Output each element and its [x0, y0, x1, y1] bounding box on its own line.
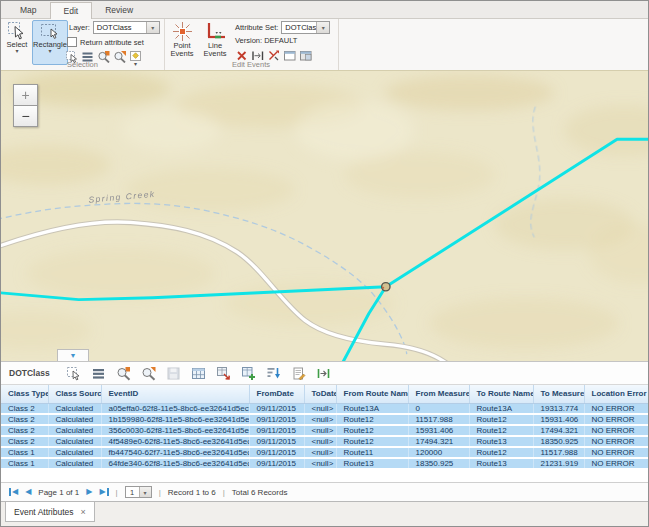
table-cell[interactable]: 120000 — [408, 447, 469, 458]
map-canvas[interactable]: Spring Creek — [1, 71, 648, 361]
table-cell[interactable]: Route13A — [469, 403, 533, 414]
point-events-button[interactable]: PointEvents — [167, 20, 197, 65]
attribute-set-select[interactable]: DOTClass ▾ — [281, 21, 330, 34]
column-header[interactable]: Location Error — [584, 385, 648, 403]
tab-review[interactable]: Review — [92, 2, 146, 18]
return-attribute-set-checkbox[interactable] — [67, 37, 77, 47]
table-cell[interactable]: <null> — [304, 458, 336, 469]
table-cell[interactable]: <null> — [304, 425, 336, 436]
column-header[interactable]: ToDate — [304, 385, 336, 403]
previous-page-button[interactable]: ◀ — [25, 488, 31, 496]
table-cell[interactable]: a05effa0-62f8-11e5-8bc6-ee32641d5ec9 — [101, 403, 249, 414]
column-header[interactable]: From Measure — [408, 385, 469, 403]
export-records-icon[interactable] — [216, 366, 231, 381]
table-cell[interactable]: NO ERROR — [584, 458, 648, 469]
table-cell[interactable]: NO ERROR — [584, 447, 648, 458]
save-icon[interactable] — [166, 366, 181, 381]
table-cell[interactable]: Class 2 — [1, 414, 48, 425]
table-cell[interactable]: Route13A — [336, 403, 408, 414]
first-page-button[interactable]: ◀ — [9, 488, 18, 496]
table-cell[interactable]: Route13 — [469, 436, 533, 447]
table-cell[interactable]: 15931.406 — [533, 414, 584, 425]
table-cell[interactable]: Route13 — [469, 458, 533, 469]
table-cell[interactable]: 21231.919 — [533, 458, 584, 469]
select-tool-icon[interactable] — [66, 366, 81, 381]
table-cell[interactable]: Route13 — [336, 458, 408, 469]
rescale-icon[interactable] — [316, 366, 331, 381]
column-header[interactable]: From Route Name — [336, 385, 408, 403]
table-cell[interactable]: 17494.321 — [408, 436, 469, 447]
table-cell[interactable]: fb447540-62f7-11e5-8bc6-ee32641d5ec9 — [101, 447, 249, 458]
table-cell[interactable]: Calculated — [48, 425, 101, 436]
open-table-icon[interactable] — [191, 366, 206, 381]
column-header[interactable]: To Route Name — [469, 385, 533, 403]
panel-collapse-button[interactable]: ▼ — [57, 349, 89, 361]
table-cell[interactable]: Route12 — [336, 425, 408, 436]
table-cell[interactable]: Route12 — [469, 414, 533, 425]
table-cell[interactable]: Route12 — [469, 447, 533, 458]
table-cell[interactable]: Class 2 — [1, 436, 48, 447]
column-header[interactable]: FromDate — [249, 385, 304, 403]
close-tab-icon[interactable]: × — [81, 507, 86, 517]
column-header[interactable]: Class Source — [48, 385, 101, 403]
tab-map[interactable]: Map — [7, 2, 50, 18]
table-cell[interactable]: 09/11/2015 — [249, 425, 304, 436]
line-events-button[interactable]: LineEvents — [200, 20, 230, 65]
table-cell[interactable]: Class 2 — [1, 403, 48, 414]
zoom-out-button[interactable]: − — [13, 105, 38, 127]
table-cell[interactable]: 09/11/2015 — [249, 414, 304, 425]
table-cell[interactable]: Route11 — [336, 447, 408, 458]
table-cell[interactable]: 09/11/2015 — [249, 447, 304, 458]
table-cell[interactable]: 1b159980-62f8-11e5-8bc6-ee32641d5ec9 — [101, 414, 249, 425]
table-cell[interactable]: 18350.925 — [533, 436, 584, 447]
table-row[interactable]: Class 2Calculateda05effa0-62f8-11e5-8bc6… — [1, 403, 648, 414]
table-row[interactable]: Class 2Calculated356c0030-62f8-11e5-8bc6… — [1, 425, 648, 436]
table-cell[interactable]: Class 1 — [1, 447, 48, 458]
edit-notes-icon[interactable] — [291, 366, 306, 381]
last-page-button[interactable]: ▶ — [99, 488, 108, 496]
chevron-down-icon[interactable]: ▾ — [146, 22, 159, 33]
zoom-to-selection-icon[interactable] — [116, 366, 131, 381]
table-cell[interactable]: NO ERROR — [584, 403, 648, 414]
table-cell[interactable]: Calculated — [48, 447, 101, 458]
table-row[interactable]: Class 2Calculated1b159980-62f8-11e5-8bc6… — [1, 414, 648, 425]
table-cell[interactable]: Calculated — [48, 414, 101, 425]
pan-to-selection-icon[interactable] — [141, 366, 156, 381]
table-cell[interactable]: NO ERROR — [584, 414, 648, 425]
table-cell[interactable]: <null> — [304, 447, 336, 458]
column-header[interactable]: EventID — [101, 385, 249, 403]
table-cell[interactable]: 15931.406 — [408, 425, 469, 436]
table-cell[interactable]: Route12 — [336, 414, 408, 425]
map-viewport[interactable]: Spring Creek + − ▼ — [1, 70, 648, 361]
table-row[interactable]: Class 2Calculated4f5489e0-62f8-11e5-8bc6… — [1, 436, 648, 447]
sort-records-icon[interactable] — [266, 366, 281, 381]
next-page-button[interactable]: ▶ — [86, 488, 92, 496]
table-row[interactable]: Class 1Calculated64fde340-62f8-11e5-8bc6… — [1, 458, 648, 469]
table-cell[interactable]: 356c0030-62f8-11e5-8bc6-ee32641d5ec9 — [101, 425, 249, 436]
zoom-in-button[interactable]: + — [13, 84, 38, 106]
table-cell[interactable]: 09/11/2015 — [249, 436, 304, 447]
table-cell[interactable]: 18350.925 — [408, 458, 469, 469]
select-button[interactable]: Select ▾ — [3, 20, 31, 65]
table-cell[interactable]: 0 — [408, 403, 469, 414]
tab-edit[interactable]: Edit — [50, 2, 93, 19]
rectangle-select-button[interactable]: Rectangle ▾ — [32, 20, 68, 65]
table-cell[interactable]: Class 2 — [1, 425, 48, 436]
junction-marker[interactable] — [382, 283, 390, 291]
table-cell[interactable]: 19313.774 — [533, 403, 584, 414]
table-cell[interactable]: NO ERROR — [584, 436, 648, 447]
table-cell[interactable]: <null> — [304, 436, 336, 447]
table-cell[interactable]: Class 1 — [1, 458, 48, 469]
table-cell[interactable]: Calculated — [48, 436, 101, 447]
tab-event-attributes[interactable]: Event Attributes × — [5, 502, 95, 522]
table-cell[interactable]: Route12 — [336, 436, 408, 447]
table-cell[interactable]: 11517.988 — [533, 447, 584, 458]
column-header[interactable]: To Measure — [533, 385, 584, 403]
chevron-down-icon[interactable]: ▾ — [139, 487, 151, 497]
table-cell[interactable]: <null> — [304, 414, 336, 425]
show-all-records-icon[interactable] — [91, 366, 106, 381]
table-cell[interactable]: 4f5489e0-62f8-11e5-8bc6-ee32641d5ec9 — [101, 436, 249, 447]
table-cell[interactable]: NO ERROR — [584, 425, 648, 436]
table-cell[interactable]: 64fde340-62f8-11e5-8bc6-ee32641d5ec9 — [101, 458, 249, 469]
table-cell[interactable]: 09/11/2015 — [249, 458, 304, 469]
